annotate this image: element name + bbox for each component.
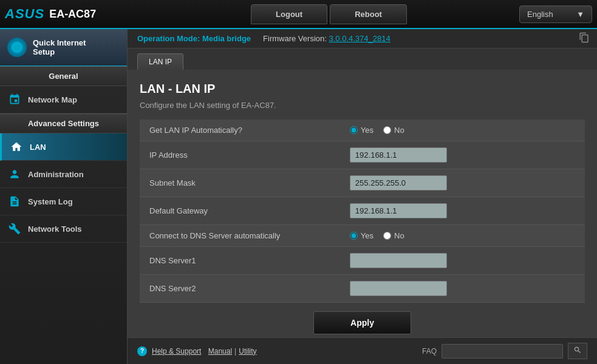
general-label: General [49, 72, 78, 81]
footer: ? Help & Support Manual | Utility FAQ [128, 337, 597, 364]
field-value-get-lan-ip: Yes No [340, 120, 585, 141]
dns-server2-input[interactable] [350, 281, 447, 296]
network-tools-label: Network Tools [28, 224, 82, 234]
network-map-icon [7, 92, 22, 107]
radio-input-yes-dns-auto[interactable] [350, 232, 358, 240]
radio-input-yes-get-lan-ip[interactable] [350, 126, 358, 134]
form-area: LAN - LAN IP Configure the LAN setting o… [128, 70, 597, 337]
sidebar: Quick Internet Setup General Network Map… [0, 29, 128, 364]
field-label-ip-address: IP Address [140, 141, 340, 169]
table-row: Default Gateway [140, 197, 585, 225]
logo: ASUS EA-AC87 [5, 6, 138, 22]
table-row: Get LAN IP Automatically? Yes No [140, 120, 585, 141]
table-row: DNS Server2 [140, 275, 585, 303]
quick-setup-label: Quick Internet Setup [33, 38, 86, 56]
logo-asus-text: ASUS [5, 6, 44, 22]
radio-no-get-lan-ip[interactable]: No [383, 126, 404, 135]
radio-yes-get-lan-ip[interactable]: Yes [350, 126, 374, 135]
field-label-subnet-mask: Subnet Mask [140, 169, 340, 197]
logout-button[interactable]: Logout [251, 4, 327, 24]
tab-bar: LAN IP [128, 49, 597, 70]
radio-no-dns-auto[interactable]: No [383, 231, 404, 240]
sidebar-item-quick-setup[interactable]: Quick Internet Setup [0, 29, 127, 66]
content-area: Operation Mode: Media bridge Firmware Ve… [128, 29, 597, 364]
footer-faq: FAQ [422, 343, 587, 359]
network-tools-icon [7, 221, 22, 236]
network-map-label: Network Map [28, 95, 77, 104]
reboot-button[interactable]: Reboot [330, 4, 407, 24]
field-label-dns-server1: DNS Server1 [140, 247, 340, 275]
copy-icon[interactable] [579, 32, 590, 45]
sidebar-item-network-map[interactable]: Network Map [0, 86, 127, 113]
field-label-dns-auto: Connect to DNS Server automatically [140, 225, 340, 247]
advanced-settings-label: Advanced Settings [28, 119, 99, 128]
system-log-icon [7, 194, 22, 209]
field-label-default-gateway: Default Gateway [140, 197, 340, 225]
table-row: IP Address [140, 141, 585, 169]
radio-group-dns-auto: Yes No [350, 231, 575, 240]
manual-link[interactable]: Manual [208, 347, 232, 356]
help-support-link[interactable]: Help & Support [152, 347, 201, 356]
sidebar-section-advanced-settings[interactable]: Advanced Settings [0, 113, 127, 133]
field-value-ip-address [340, 141, 585, 169]
quick-setup-icon [7, 38, 27, 57]
system-log-label: System Log [28, 197, 73, 206]
sidebar-item-general[interactable]: General [0, 66, 127, 86]
faq-label: FAQ [422, 347, 437, 356]
radio-input-no-get-lan-ip[interactable] [383, 126, 391, 134]
field-value-subnet-mask [340, 169, 585, 197]
field-value-dns-server1 [340, 247, 585, 275]
form-description: Configure the LAN setting of EA-AC87. [140, 101, 585, 110]
form-title: LAN - LAN IP [140, 82, 585, 96]
field-value-default-gateway [340, 197, 585, 225]
lan-label: LAN [30, 143, 46, 152]
ip-address-input[interactable] [350, 147, 447, 163]
field-value-dns-auto: Yes No [340, 225, 585, 247]
footer-help: ? Help & Support Manual | Utility [137, 346, 257, 356]
dns-server1-input[interactable] [350, 253, 447, 268]
sidebar-item-network-tools[interactable]: Network Tools [0, 215, 127, 243]
radio-group-get-lan-ip: Yes No [350, 126, 575, 135]
apply-row: Apply [140, 303, 585, 337]
top-bar: ASUS EA-AC87 Logout Reboot English ▼ [0, 0, 597, 29]
chevron-down-icon: ▼ [576, 10, 584, 19]
radio-yes-dns-auto[interactable]: Yes [350, 231, 374, 240]
table-row: Subnet Mask [140, 169, 585, 197]
administration-label: Administration [28, 170, 84, 179]
language-selector[interactable]: English ▼ [519, 5, 592, 23]
logo-model-text: EA-AC87 [49, 8, 96, 21]
apply-button[interactable]: Apply [313, 311, 411, 334]
firmware-link[interactable]: 3.0.0.4.374_2814 [329, 34, 390, 43]
help-icon: ? [137, 346, 147, 356]
tab-lan-ip[interactable]: LAN IP [137, 53, 183, 70]
field-value-dns-server2 [340, 275, 585, 303]
field-label-dns-server2: DNS Server2 [140, 275, 340, 303]
faq-search-button[interactable] [568, 343, 587, 359]
table-row: DNS Server1 [140, 247, 585, 275]
radio-input-no-dns-auto[interactable] [383, 232, 391, 240]
lan-icon [9, 140, 24, 154]
utility-link[interactable]: Utility [239, 347, 256, 356]
administration-icon [7, 167, 22, 181]
default-gateway-input[interactable] [350, 203, 447, 218]
sidebar-item-administration[interactable]: Administration [0, 161, 127, 188]
faq-search-input[interactable] [442, 344, 563, 359]
info-bar: Operation Mode: Media bridge Firmware Ve… [128, 29, 597, 49]
subnet-mask-input[interactable] [350, 175, 447, 190]
sidebar-item-lan[interactable]: LAN [0, 133, 127, 161]
top-nav: Logout Reboot [138, 4, 519, 24]
field-label-get-lan-ip: Get LAN IP Automatically? [140, 120, 340, 141]
language-label: English [527, 10, 553, 19]
main-layout: Quick Internet Setup General Network Map… [0, 29, 597, 364]
operation-mode-text: Operation Mode: Media bridge [137, 34, 251, 43]
table-row: Connect to DNS Server automatically Yes … [140, 225, 585, 247]
settings-table: Get LAN IP Automatically? Yes No [140, 120, 585, 303]
firmware-version-text: Firmware Version: 3.0.0.4.374_2814 [263, 34, 391, 43]
sidebar-item-system-log[interactable]: System Log [0, 188, 127, 215]
